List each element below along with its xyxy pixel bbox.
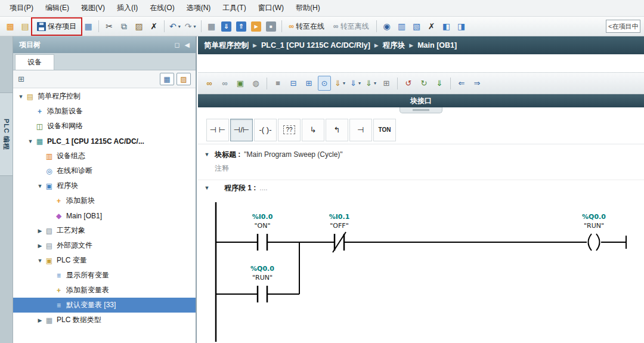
breadcrumb-program-blocks[interactable]: 程序块 xyxy=(383,41,405,51)
insert-row-button[interactable]: ⇓ ▾ xyxy=(349,76,362,91)
copy-icon[interactable]: ⧉ xyxy=(117,19,131,34)
monitoring-off-icon[interactable]: ∞ xyxy=(218,76,231,91)
operand-address[interactable]: %I0.1 xyxy=(329,213,350,221)
chevron-down-icon[interactable]: ▾ xyxy=(178,24,181,29)
nc-contact-element[interactable] xyxy=(267,232,346,252)
operand-symbol[interactable]: "OFF" xyxy=(330,222,348,230)
operand-symbol[interactable]: "ON" xyxy=(254,222,270,230)
monitoring-on-icon[interactable]: ∞ xyxy=(203,76,216,91)
redo-button[interactable]: ↷ ▾ xyxy=(184,19,197,34)
close-branch-button[interactable]: ↰ xyxy=(326,119,348,141)
insert-network-button[interactable]: ⇓ ▾ xyxy=(333,76,346,91)
tree-item-add-new-device[interactable]: + 添加新设备 xyxy=(13,104,196,119)
operand-address[interactable]: %I0.0 xyxy=(252,213,273,221)
tree-item-plc1[interactable]: ▼ ▦ PLC_1 [CPU 1215C AC/DC/... xyxy=(13,134,196,149)
open-branch-button[interactable]: ↳ xyxy=(302,119,324,141)
tree-item-add-new-tag-table[interactable]: + 添加新变量表 xyxy=(13,283,196,298)
absolute-operands-icon[interactable]: ≡ xyxy=(271,76,284,91)
contact-end-button[interactable]: ⊣ xyxy=(349,119,372,141)
menu-help[interactable]: 帮助(H) xyxy=(290,0,326,16)
menu-view[interactable]: 视图(V) xyxy=(75,0,111,16)
ladder-canvas[interactable]: %I0.0 "ON" %I0.1 "OFF" %Q0.0 "RUN" %Q0.0… xyxy=(198,197,644,343)
chevron-down-icon[interactable]: ▾ xyxy=(358,81,361,86)
coil-button[interactable]: -( )- xyxy=(254,119,277,141)
breadcrumb-project[interactable]: 简单程序控制 xyxy=(204,41,249,51)
empty-box-button[interactable]: ?? xyxy=(278,119,301,141)
tree-item-devices-networks[interactable]: ◫ 设备和网络 xyxy=(13,119,196,134)
list-view-icon[interactable]: ▦ xyxy=(160,73,174,85)
expander-icon[interactable]: ▼ xyxy=(17,94,25,100)
expander-icon[interactable]: ▼ xyxy=(36,183,44,189)
expand-networks-icon[interactable]: ⊞ xyxy=(302,76,315,91)
project-info-icon[interactable]: ▧ xyxy=(410,19,423,34)
menu-tools[interactable]: 工具(T) xyxy=(216,0,252,16)
jump-backward-icon[interactable]: ⇐ xyxy=(455,76,468,91)
chevron-down-icon[interactable]: ▾ xyxy=(193,24,196,29)
tree-item-plc-tags[interactable]: ▼ ▣ PLC 变量 xyxy=(13,253,196,268)
chevron-down-icon[interactable]: ▾ xyxy=(343,81,345,86)
upload-from-device-icon[interactable]: ⇑ xyxy=(235,19,248,34)
retain-values-icon[interactable]: ▣ xyxy=(234,76,247,91)
tree-item-plc-data-types[interactable]: ▶ ▦ PLC 数据类型 xyxy=(13,313,196,327)
split-editor-horizontal-icon[interactable]: ◧ xyxy=(440,19,453,34)
operand-symbol[interactable]: "RUN" xyxy=(252,274,273,282)
block-title-value[interactable]: "Main Program Sweep (Cycle)" xyxy=(244,150,342,159)
cut-icon[interactable]: ✂ xyxy=(103,19,116,34)
no-contact-element[interactable] xyxy=(216,234,267,251)
network-label[interactable]: 程序段 1 : xyxy=(224,183,256,193)
insert-box-button[interactable]: ⇓ ▾ xyxy=(364,76,377,91)
go-offline-button[interactable]: ∞ 转至离线 xyxy=(330,19,373,34)
no-contact-button[interactable]: ⊣ ⊢ xyxy=(206,119,229,141)
ton-timer-button[interactable]: TON xyxy=(373,119,396,141)
collapse-network-icon[interactable]: ▼ xyxy=(203,185,211,191)
breadcrumb-plc[interactable]: PLC_1 [CPU 1215C AC/DC/Rly] xyxy=(261,41,370,50)
tree-item-default-tag-table[interactable]: ≡ 默认变量表 [33] xyxy=(13,298,196,313)
operand-address[interactable]: %Q0.0 xyxy=(582,213,606,221)
coil-element[interactable] xyxy=(344,234,626,251)
print-icon[interactable]: ▦ xyxy=(82,19,95,34)
menu-online[interactable]: 在线(O) xyxy=(144,0,180,16)
tree-item-device-config[interactable]: ▥ 设备组态 xyxy=(13,149,196,163)
network-comment[interactable]: .... xyxy=(259,184,267,192)
tab-plc-programming[interactable]: PLC 编程 xyxy=(0,92,13,176)
menu-insert[interactable]: 插入(I) xyxy=(111,0,144,16)
expander-icon[interactable]: ▶ xyxy=(36,228,44,234)
tree-item-technology-objects[interactable]: ▶ ▧ 工艺对象 xyxy=(13,223,196,238)
snapshot-icon[interactable]: ◍ xyxy=(249,76,262,91)
expander-icon[interactable]: ▼ xyxy=(36,258,44,264)
nc-contact-button[interactable]: ⊣/⊢ xyxy=(230,119,253,141)
collapse-panel-icon[interactable]: ◀ xyxy=(185,41,190,49)
go-online-button[interactable]: ∞ 转至在线 xyxy=(286,19,329,34)
tab-devices[interactable]: 设备 xyxy=(15,54,54,70)
operand-address[interactable]: %Q0.0 xyxy=(250,265,274,273)
expander-icon[interactable]: ▶ xyxy=(36,243,44,249)
paste-icon[interactable]: ▨ xyxy=(132,19,145,34)
receive-alarms-icon[interactable]: ▥ xyxy=(395,19,408,34)
split-editor-vertical-icon[interactable]: ◨ xyxy=(455,19,468,34)
tree-item-online-diagnostics[interactable]: ◎ 在线和诊断 xyxy=(13,163,196,178)
start-cpu-icon[interactable]: ▶ xyxy=(250,19,263,34)
free-form-comment-icon[interactable]: ⊞ xyxy=(380,76,393,91)
menu-window[interactable]: 窗口(W) xyxy=(252,0,290,16)
new-project-icon[interactable]: ▩ xyxy=(4,19,17,34)
tree-view-icon[interactable]: ⊞ xyxy=(18,75,24,84)
collapse-block-title-icon[interactable]: ▼ xyxy=(203,152,211,157)
compile-icon[interactable]: ▦ xyxy=(205,19,218,34)
network-comments-toggle-icon[interactable]: ⊙ xyxy=(318,76,331,91)
tree-item-show-all-tags[interactable]: ≡ 显示所有变量 xyxy=(13,268,196,283)
collapse-handle[interactable] xyxy=(400,107,442,113)
expander-icon[interactable]: ▶ xyxy=(36,317,44,323)
block-interface-bar[interactable]: 块接口 xyxy=(198,94,644,107)
diagram-view-icon[interactable]: ▨ xyxy=(177,73,191,85)
menu-project[interactable]: 项目(P) xyxy=(4,0,39,16)
menu-options[interactable]: 选项(N) xyxy=(181,0,217,16)
chevron-down-icon[interactable]: ▾ xyxy=(374,81,376,86)
go-to-next-icon[interactable]: ↻ xyxy=(417,76,431,91)
tree-item-main-ob1[interactable]: ◆ Main [OB1] xyxy=(13,208,196,223)
delete-icon[interactable]: ✗ xyxy=(147,19,160,34)
go-to-previous-icon[interactable]: ↺ xyxy=(402,76,415,91)
stop-cpu-icon[interactable]: ■ xyxy=(265,19,278,34)
update-block-calls-icon[interactable]: ⇓ xyxy=(433,76,446,91)
accessible-devices-icon[interactable]: ◉ xyxy=(380,19,394,34)
download-to-device-icon[interactable]: ⇓ xyxy=(220,19,233,34)
